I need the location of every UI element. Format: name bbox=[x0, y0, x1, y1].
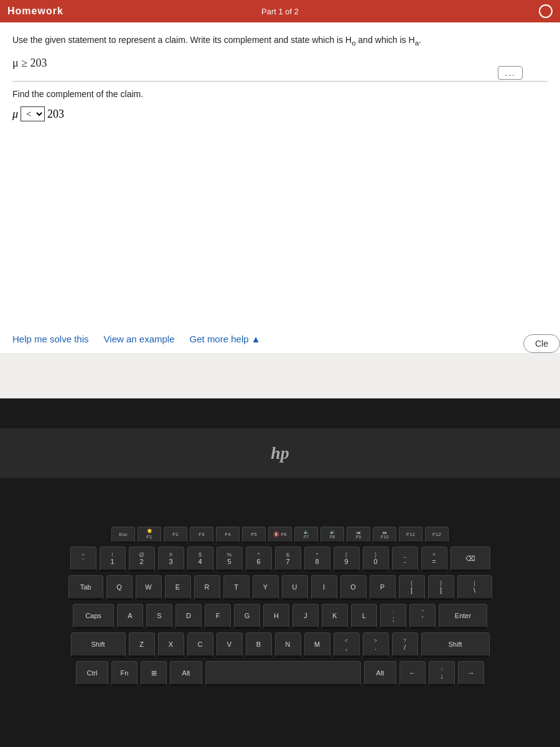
key-shift-right[interactable]: Shift bbox=[421, 632, 490, 657]
key-z[interactable]: Z bbox=[129, 632, 155, 657]
key-f[interactable]: F bbox=[205, 604, 231, 629]
key-arrow-right[interactable]: → bbox=[458, 661, 484, 686]
key-s[interactable]: S bbox=[146, 604, 172, 629]
key-backspace[interactable]: ⌫ bbox=[450, 547, 490, 571]
key-b[interactable]: B bbox=[246, 632, 272, 657]
key-space[interactable] bbox=[205, 661, 361, 686]
circle-icon bbox=[539, 4, 553, 18]
key-j[interactable]: J bbox=[292, 604, 319, 629]
keyboard: Esc 🌟 F1 F2 F3 F4 F5 🔇 F6 🔈F7 🔉F8 ⏮F9 ⏭F… bbox=[0, 478, 560, 747]
key-capslock[interactable]: Caps bbox=[73, 604, 114, 629]
hp-logo: hp bbox=[271, 443, 289, 463]
key-9[interactable]: (9 bbox=[334, 547, 360, 571]
key-enter[interactable]: Enter bbox=[439, 604, 487, 629]
key-1[interactable]: !1 bbox=[100, 547, 126, 571]
key-n[interactable]: N bbox=[275, 632, 301, 657]
key-w[interactable]: W bbox=[136, 575, 162, 600]
help-solve-button[interactable]: Help me solve this bbox=[12, 334, 89, 344]
top-bar: Homework Part 1 of 2 bbox=[0, 0, 560, 22]
key-i[interactable]: I bbox=[311, 575, 337, 600]
get-more-help-button[interactable]: Get more help ▲ bbox=[190, 334, 261, 344]
key-0[interactable]: )0 bbox=[363, 547, 389, 571]
key-h[interactable]: H bbox=[263, 604, 289, 629]
key-q[interactable]: Q bbox=[106, 575, 133, 600]
key-f1[interactable]: 🌟 F1 bbox=[138, 527, 161, 543]
part-label: Part 1 of 2 bbox=[261, 7, 299, 16]
key-ctrl-left[interactable]: Ctrl bbox=[76, 661, 108, 686]
key-2[interactable]: @2 bbox=[129, 547, 155, 571]
complement-row: μ < ≤ ≥ > = ≠ 203 bbox=[12, 106, 548, 121]
key-comma[interactable]: <, bbox=[334, 632, 360, 657]
key-7[interactable]: &7 bbox=[275, 547, 301, 571]
key-slash[interactable]: ?/ bbox=[392, 632, 418, 657]
key-a[interactable]: A bbox=[117, 604, 143, 629]
key-f12[interactable]: F12 bbox=[425, 527, 449, 543]
qwerty-key-row: Tab Q W E R T Y U I O P {[ }] |\ bbox=[68, 575, 492, 600]
key-semicolon[interactable]: :; bbox=[380, 604, 406, 629]
key-f7[interactable]: 🔈F7 bbox=[294, 527, 318, 543]
key-f10[interactable]: ⏭F10 bbox=[373, 527, 396, 543]
asdf-key-row: Caps A S D F G H J K L :; "' Enter bbox=[73, 604, 487, 629]
key-tilde[interactable]: ~` bbox=[70, 547, 96, 571]
number-key-row: ~` !1 @2 #3 $4 %5 ^6 &7 *8 (9 )0 _- += ⌫ bbox=[70, 547, 490, 571]
key-g[interactable]: G bbox=[234, 604, 260, 629]
mu-expression: μ ≥ 203 bbox=[12, 57, 548, 70]
find-complement-label: Find the complement of the claim. bbox=[12, 89, 548, 99]
key-shift-left[interactable]: Shift bbox=[71, 632, 126, 657]
key-alt-right[interactable]: Alt bbox=[364, 661, 396, 686]
clear-button[interactable]: Cle bbox=[523, 334, 560, 353]
key-x[interactable]: X bbox=[158, 632, 184, 657]
key-f11[interactable]: F11 bbox=[399, 527, 422, 543]
key-f4[interactable]: F4 bbox=[216, 527, 240, 543]
key-period[interactable]: >. bbox=[363, 632, 389, 657]
key-l[interactable]: L bbox=[351, 604, 377, 629]
key-tab[interactable]: Tab bbox=[68, 575, 103, 600]
mu-symbol: μ bbox=[12, 108, 18, 121]
key-k[interactable]: K bbox=[322, 604, 348, 629]
key-win[interactable]: ⊞ bbox=[141, 661, 167, 686]
key-e[interactable]: E bbox=[165, 575, 191, 600]
zxcv-key-row: Shift Z X C V B N M <, >. ?/ Shift bbox=[71, 632, 490, 657]
key-f3[interactable]: F3 bbox=[190, 527, 213, 543]
key-v[interactable]: V bbox=[217, 632, 243, 657]
key-m[interactable]: M bbox=[304, 632, 330, 657]
key-rbracket[interactable]: }] bbox=[428, 575, 454, 600]
ellipsis-button[interactable]: ... bbox=[498, 66, 523, 80]
key-plus[interactable]: += bbox=[421, 547, 447, 571]
key-fn[interactable]: Fn bbox=[111, 661, 138, 686]
key-lbracket[interactable]: {[ bbox=[399, 575, 425, 600]
key-p[interactable]: P bbox=[370, 575, 396, 600]
key-c[interactable]: C bbox=[187, 632, 213, 657]
key-arrow-up-down[interactable]: ↑ ↓ bbox=[429, 661, 455, 686]
space-key-row: Ctrl Fn ⊞ Alt Alt ← ↑ ↓ → bbox=[76, 661, 484, 686]
key-f9[interactable]: ⏮F9 bbox=[347, 527, 370, 543]
key-r[interactable]: R bbox=[194, 575, 220, 600]
screen: Homework Part 1 of 2 Use the given state… bbox=[0, 0, 560, 398]
key-arrow-left[interactable]: ← bbox=[399, 661, 426, 686]
problem-statement: Use the given statement to represent a c… bbox=[12, 34, 548, 48]
key-minus[interactable]: _- bbox=[392, 547, 418, 571]
action-row: Help me solve this View an example Get m… bbox=[0, 327, 560, 353]
key-d[interactable]: D bbox=[175, 604, 202, 629]
key-u[interactable]: U bbox=[282, 575, 308, 600]
key-backslash[interactable]: |\ bbox=[457, 575, 492, 600]
key-6[interactable]: ^6 bbox=[246, 547, 272, 571]
key-alt-left[interactable]: Alt bbox=[170, 661, 202, 686]
key-3[interactable]: #3 bbox=[158, 547, 184, 571]
key-y[interactable]: Y bbox=[253, 575, 279, 600]
view-example-button[interactable]: View an example bbox=[104, 334, 175, 344]
key-f6[interactable]: 🔇 F6 bbox=[268, 527, 292, 543]
operator-dropdown[interactable]: < ≤ ≥ > = ≠ bbox=[21, 106, 45, 121]
key-f2[interactable]: F2 bbox=[164, 527, 187, 543]
key-4[interactable]: $4 bbox=[187, 547, 213, 571]
key-quote[interactable]: "' bbox=[409, 604, 436, 629]
key-5[interactable]: %5 bbox=[217, 547, 243, 571]
key-t[interactable]: T bbox=[223, 575, 250, 600]
main-content: Use the given statement to represent a c… bbox=[0, 22, 560, 327]
key-f8[interactable]: 🔉F8 bbox=[320, 527, 344, 543]
fn-key-row: Esc 🌟 F1 F2 F3 F4 F5 🔇 F6 🔈F7 🔉F8 ⏮F9 ⏭F… bbox=[111, 527, 449, 543]
key-f5[interactable]: F5 bbox=[242, 527, 266, 543]
key-o[interactable]: O bbox=[340, 575, 366, 600]
key-esc[interactable]: Esc bbox=[111, 527, 135, 543]
key-8[interactable]: *8 bbox=[304, 547, 330, 571]
